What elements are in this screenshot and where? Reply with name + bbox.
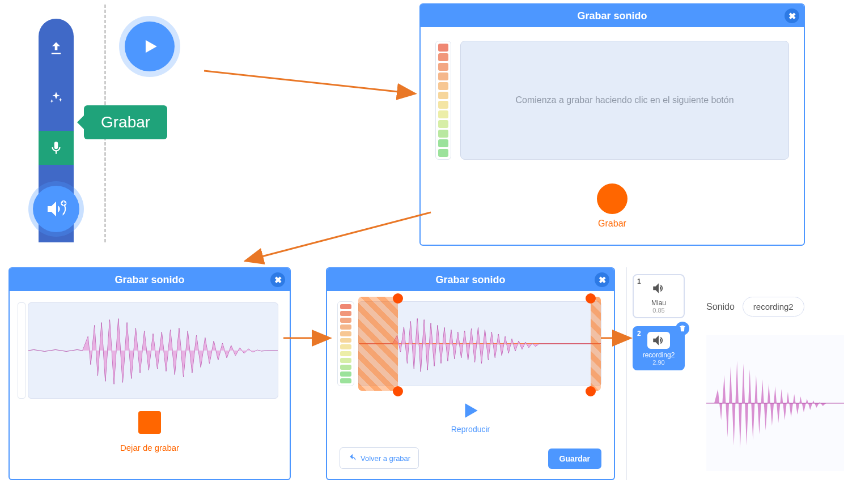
upload-sound-button[interactable] [39,31,74,65]
microphone-icon [49,140,63,155]
volume-meter [435,41,451,160]
close-icon: ✖ [274,275,282,285]
play-button[interactable] [460,400,481,424]
record-tooltip: Grabar [84,105,167,139]
delete-sound-button[interactable] [676,322,689,335]
play-label: Reproducir [327,425,614,434]
flow-arrow-1 [204,57,419,113]
speaker-icon [647,332,670,349]
save-button[interactable]: Guardar [548,449,601,469]
sound-name: Miau [651,299,666,307]
speaker-plus-icon [45,198,67,220]
trim-handle-left-bottom[interactable] [393,386,403,396]
sound-duration: 0.85 [652,307,664,314]
record-placeholder-text: Comienza a grabar haciendo clic en el si… [515,95,733,105]
sound-field-label: Sonido [706,302,735,312]
svg-line-3 [247,212,431,260]
record-again-button[interactable]: Volver a grabar [340,447,419,469]
record-start-button[interactable] [597,183,627,214]
record-dialog-recording: Grabar sonido ✖ Dejar de grabar [9,267,291,480]
sound-name-field: Sonido recording2 [706,297,804,317]
volume-meter [18,302,26,399]
play-icon [460,400,481,421]
play-icon [140,37,159,56]
sound-duration: 2.90 [652,359,664,366]
close-button[interactable]: ✖ [785,8,799,23]
dialog-header: Grabar sonido ✖ [421,5,804,27]
record-stop-label: Dejar de grabar [10,443,290,452]
record-dialog-initial: Grabar sonido ✖ Comienza a grabar hacien… [419,3,805,246]
sound-name: recording2 [643,351,675,359]
close-icon: ✖ [788,11,796,22]
dialog-header: Grabar sonido ✖ [327,268,614,291]
close-icon: ✖ [599,275,606,285]
sound-thumb-selected[interactable]: 2 recording2 2.90 [633,326,685,370]
trim-handle-right-top[interactable] [586,293,596,304]
record-sound-button[interactable] [39,131,74,165]
waveform-area [28,302,278,399]
trash-icon [679,324,686,332]
save-label: Guardar [559,454,590,463]
sound-name-input[interactable]: recording2 [743,297,804,317]
sound-index: 2 [637,330,641,338]
record-dialog-review: Grabar sonido ✖ Reproducir Volver a grab… [326,267,615,480]
surprise-sound-button[interactable] [39,81,74,115]
dialog-title: Grabar sonido [115,274,184,286]
record-start-label: Grabar [421,219,804,229]
sound-thumb[interactable]: 1 Miau 0.85 [633,274,685,318]
sound-toolbar-panel: Grabar [6,5,201,242]
volume-meter [337,301,354,386]
play-button-big[interactable] [125,22,175,71]
sound-thumb-column: 1 Miau 0.85 2 recording2 2.90 [633,274,685,370]
dialog-title: Grabar sonido [435,274,505,286]
dialog-title: Grabar sonido [577,10,647,22]
trim-handle-right-bottom[interactable] [586,386,596,396]
editor-waveform [706,335,844,471]
close-button[interactable]: ✖ [270,272,285,287]
record-stop-button[interactable] [138,411,161,434]
record-placeholder: Comienza a grabar haciendo clic en el si… [460,41,789,160]
trim-region-left[interactable] [358,297,398,391]
waveform [28,303,278,398]
dialog-header: Grabar sonido ✖ [10,268,290,291]
undo-icon [348,454,357,463]
add-sound-fab[interactable] [33,186,79,232]
waveform [706,335,844,471]
speaker-icon [647,280,670,297]
sound-list-panel: 1 Miau 0.85 2 recording2 2.90 Sonido rec… [626,267,844,480]
record-tooltip-label: Grabar [101,113,150,131]
record-again-label: Volver a grabar [361,454,410,463]
close-button[interactable]: ✖ [595,272,609,287]
trim-region-right[interactable] [591,297,601,391]
trim-handle-left-top[interactable] [393,293,403,304]
svg-line-2 [204,71,414,93]
sound-index: 1 [637,277,641,285]
sparkle-icon [49,91,63,105]
upload-icon [48,40,64,56]
